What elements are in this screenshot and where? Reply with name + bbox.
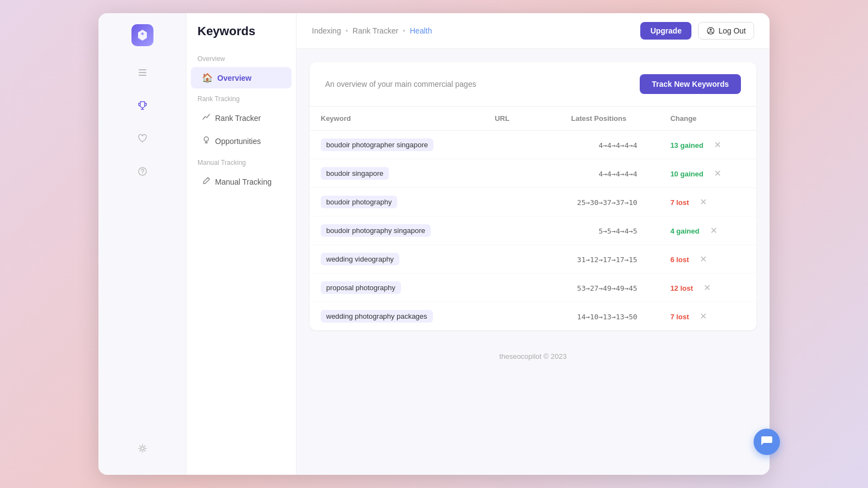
breadcrumb: Indexing • Rank Tracker • Health bbox=[312, 26, 432, 35]
table-row: proposal photography 53→27→49→49→45 12 l… bbox=[310, 274, 756, 302]
svg-point-10 bbox=[710, 29, 712, 31]
sidebar-item-overview[interactable]: 🏠 Overview bbox=[191, 67, 292, 88]
help-icon[interactable] bbox=[133, 162, 152, 181]
breadcrumb-health: Health bbox=[410, 26, 432, 35]
positions-value: 14→10→13→13→50 bbox=[577, 313, 638, 321]
breadcrumb-rank-tracker: Rank Tracker bbox=[353, 26, 398, 35]
keyword-tag: boudoir singapore bbox=[321, 167, 389, 180]
remove-keyword-button[interactable]: ✕ bbox=[712, 167, 723, 180]
svg-rect-1 bbox=[139, 72, 146, 73]
table-row: wedding videography 31→12→17→17→15 6 los… bbox=[310, 245, 756, 274]
positions-value: 53→27→49→49→45 bbox=[577, 284, 638, 292]
keyword-url bbox=[484, 274, 531, 302]
content-area: An overview of your main commercial page… bbox=[296, 49, 770, 475]
keyword-url bbox=[484, 217, 531, 245]
sidebar-item-opportunities[interactable]: Opportunities bbox=[191, 130, 292, 152]
nav-section-overview: Overview bbox=[186, 49, 296, 66]
top-bar: Indexing • Rank Tracker • Health Upgrade… bbox=[296, 13, 770, 49]
heart-icon[interactable] bbox=[133, 129, 152, 148]
sidebar-item-manual-tracking[interactable]: Manual Tracking bbox=[191, 171, 292, 193]
nav-panel: Keywords Overview 🏠 Overview Rank Tracki… bbox=[186, 13, 296, 475]
keyword-tag: boudoir photography bbox=[321, 196, 397, 208]
sidebar-item-overview-label: Overview bbox=[217, 74, 251, 82]
keyword-url bbox=[484, 159, 531, 188]
pencil-icon bbox=[202, 176, 211, 187]
svg-point-8 bbox=[204, 137, 208, 141]
change-value: 7 lost bbox=[671, 313, 689, 321]
chat-button[interactable] bbox=[754, 429, 780, 455]
track-keywords-button[interactable]: Track New Keywords bbox=[640, 74, 741, 94]
keyword-tag: wedding videography bbox=[321, 253, 399, 265]
change-value: 10 gained bbox=[671, 170, 704, 178]
sidebar-item-opportunities-label: Opportunities bbox=[215, 137, 261, 146]
col-url: URL bbox=[484, 107, 531, 131]
keywords-table: Keyword URL Latest Positions Change boud… bbox=[310, 107, 756, 330]
remove-keyword-button[interactable]: ✕ bbox=[697, 252, 709, 266]
positions-value: 5→5→4→4→5 bbox=[598, 227, 637, 235]
chart-icon bbox=[202, 113, 211, 124]
remove-keyword-button[interactable]: ✕ bbox=[701, 281, 713, 295]
logout-label: Log Out bbox=[718, 26, 746, 35]
panel-header: An overview of your main commercial page… bbox=[310, 62, 756, 107]
footer: theseocopilot © 2023 bbox=[310, 341, 756, 371]
change-value: 12 lost bbox=[671, 284, 693, 292]
keyword-tag: wedding photography packages bbox=[321, 310, 433, 323]
remove-keyword-button[interactable]: ✕ bbox=[697, 195, 709, 209]
list-icon[interactable] bbox=[133, 63, 152, 82]
panel-description: An overview of your main commercial page… bbox=[325, 80, 476, 88]
nav-section-rank: Rank Tracking bbox=[186, 90, 296, 106]
table-row: boudoir photography singapore 5→5→4→4→5 … bbox=[310, 217, 756, 245]
svg-point-7 bbox=[141, 447, 144, 450]
table-row: wedding photography packages 14→10→13→13… bbox=[310, 302, 756, 331]
sidebar bbox=[98, 13, 186, 475]
positions-value: 4→4→4→4→4 bbox=[598, 170, 637, 178]
bulb-icon bbox=[202, 136, 211, 147]
col-keyword: Keyword bbox=[310, 107, 484, 131]
logout-button[interactable]: Log Out bbox=[698, 22, 754, 40]
settings-icon[interactable] bbox=[133, 439, 152, 458]
table-row: boudoir photographer singapore 4→4→4→4→4… bbox=[310, 131, 756, 159]
remove-keyword-button[interactable]: ✕ bbox=[708, 224, 719, 237]
chat-icon bbox=[760, 435, 773, 448]
table-row: boudoir singapore 4→4→4→4→4 10 gained ✕ bbox=[310, 159, 756, 188]
upgrade-button[interactable]: Upgrade bbox=[640, 22, 691, 40]
sidebar-item-manual-tracking-label: Manual Tracking bbox=[215, 178, 272, 186]
keyword-tag: proposal photography bbox=[321, 281, 401, 294]
keyword-tag: boudoir photography singapore bbox=[321, 224, 431, 237]
main-content: Indexing • Rank Tracker • Health Upgrade… bbox=[296, 13, 770, 475]
col-positions: Latest Positions bbox=[531, 107, 660, 131]
top-bar-actions: Upgrade Log Out bbox=[640, 22, 754, 40]
keyword-url bbox=[484, 188, 531, 217]
change-value: 13 gained bbox=[671, 141, 704, 149]
app-logo bbox=[131, 24, 153, 46]
breadcrumb-dot-2: • bbox=[403, 26, 405, 35]
keyword-tag: boudoir photographer singapore bbox=[321, 138, 433, 151]
footer-text: theseocopilot © 2023 bbox=[499, 352, 567, 361]
positions-value: 31→12→17→17→15 bbox=[577, 256, 638, 264]
sidebar-bottom bbox=[133, 439, 152, 464]
keyword-url bbox=[484, 245, 531, 274]
trophy-icon[interactable] bbox=[133, 96, 152, 115]
change-value: 7 lost bbox=[671, 198, 689, 207]
nav-section-manual: Manual Tracking bbox=[186, 153, 296, 170]
svg-point-6 bbox=[142, 174, 142, 174]
overview-panel: An overview of your main commercial page… bbox=[310, 62, 756, 330]
breadcrumb-indexing: Indexing bbox=[312, 26, 341, 35]
home-icon: 🏠 bbox=[202, 73, 213, 83]
svg-rect-2 bbox=[139, 75, 146, 76]
table-row: boudoir photography 25→30→37→37→10 7 los… bbox=[310, 188, 756, 217]
page-title: Keywords bbox=[186, 24, 296, 49]
positions-value: 25→30→37→37→10 bbox=[577, 198, 638, 207]
col-change: Change bbox=[660, 107, 756, 131]
keyword-url bbox=[484, 302, 531, 331]
change-value: 6 lost bbox=[671, 256, 689, 264]
sidebar-icon-list bbox=[133, 63, 152, 439]
positions-value: 4→4→4→4→4 bbox=[598, 141, 637, 149]
remove-keyword-button[interactable]: ✕ bbox=[712, 138, 723, 152]
logout-icon bbox=[706, 26, 715, 35]
keyword-url bbox=[484, 131, 531, 159]
change-value: 4 gained bbox=[671, 227, 700, 235]
remove-keyword-button[interactable]: ✕ bbox=[697, 309, 709, 323]
sidebar-item-rank-tracker-label: Rank Tracker bbox=[215, 114, 261, 123]
sidebar-item-rank-tracker[interactable]: Rank Tracker bbox=[191, 107, 292, 129]
